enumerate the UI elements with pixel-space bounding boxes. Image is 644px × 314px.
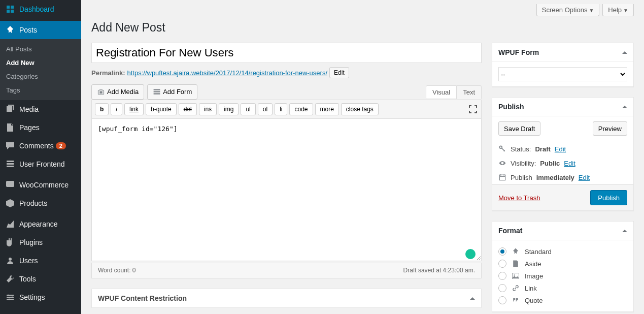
wpuf-form-select[interactable]: -- — [498, 67, 627, 81]
top-row: Screen Options▼ Help▼ — [91, 0, 634, 16]
visibility-label: Visibility: — [511, 160, 536, 167]
radio-icon[interactable] — [498, 284, 506, 292]
format-link[interactable]: Link — [498, 282, 627, 294]
form-icon — [153, 88, 161, 96]
sidebar-item-media[interactable]: Media — [0, 100, 81, 118]
sidebar-item-tools[interactable]: Tools — [0, 270, 81, 288]
move-to-trash-link[interactable]: Move to Trash — [498, 194, 540, 202]
status-edit-link[interactable]: Edit — [555, 145, 566, 153]
help-button[interactable]: Help▼ — [602, 4, 634, 16]
format-label: Image — [525, 272, 543, 280]
visibility-edit-link[interactable]: Edit — [564, 160, 575, 167]
sidebar-label: Tools — [19, 275, 36, 283]
qt-ol-button[interactable]: ol — [258, 103, 273, 115]
sidebar-item-woocommerce[interactable]: WooCommerce — [0, 176, 81, 194]
tab-visual[interactable]: Visual — [426, 85, 457, 99]
grammarly-icon[interactable] — [465, 249, 476, 259]
radio-icon[interactable] — [498, 296, 506, 304]
sidebar-label: Users — [19, 257, 38, 265]
settings-icon — [5, 292, 15, 302]
qt-code-button[interactable]: code — [289, 103, 313, 115]
qt-bquote-button[interactable]: b-quote — [146, 103, 177, 115]
submenu-categories[interactable]: Categories — [0, 70, 81, 83]
format-image[interactable]: Image — [498, 270, 627, 282]
qt-li-button[interactable]: li — [275, 103, 287, 115]
sidebar-item-plugins[interactable]: Plugins — [0, 233, 81, 252]
svg-rect-10 — [499, 175, 505, 180]
users-icon — [5, 256, 15, 266]
format-title: Format — [498, 227, 522, 235]
draft-saved-status: Draft saved at 4:23:00 am. — [403, 267, 475, 274]
link-icon — [512, 284, 520, 292]
svg-point-12 — [514, 274, 515, 275]
format-aside[interactable]: Aside — [498, 258, 627, 270]
status-label: Status: — [511, 145, 531, 153]
metabox-toggle-icon[interactable] — [622, 106, 627, 108]
qt-link-button[interactable]: link — [124, 103, 144, 115]
radio-icon[interactable] — [498, 272, 506, 280]
pages-icon — [5, 122, 15, 133]
appearance-icon — [5, 219, 15, 229]
sidebar-item-pages[interactable]: Pages — [0, 118, 81, 137]
comments-badge: 2 — [56, 142, 66, 149]
submenu-all-posts[interactable]: All Posts — [0, 42, 81, 56]
image-icon — [512, 272, 520, 280]
format-label: Link — [525, 285, 537, 292]
fullscreen-icon[interactable] — [468, 104, 478, 114]
qt-ins-button[interactable]: ins — [199, 103, 217, 115]
sidebar-item-comments[interactable]: Comments 2 — [0, 137, 81, 155]
status-value: Draft — [535, 145, 550, 153]
sidebar-item-settings[interactable]: Settings — [0, 288, 81, 306]
publish-date-edit-link[interactable]: Edit — [579, 174, 590, 181]
sidebar-item-dashboard[interactable]: Dashboard — [0, 0, 81, 18]
preview-button[interactable]: Preview — [593, 121, 627, 136]
add-media-label: Add Media — [107, 85, 139, 99]
metabox-toggle-icon[interactable] — [622, 51, 627, 54]
format-quote[interactable]: Quote — [498, 294, 627, 306]
qt-bold-button[interactable]: b — [95, 103, 109, 115]
sidebar-item-users[interactable]: Users — [0, 252, 81, 270]
sidebar-item-products[interactable]: Products — [0, 194, 81, 212]
pin-icon — [512, 247, 520, 256]
add-form-button[interactable]: Add Form — [147, 84, 197, 100]
permalink-edit-button[interactable]: Edit — [329, 67, 349, 78]
sidebar-label: Pages — [19, 123, 40, 132]
qt-img-button[interactable]: img — [219, 103, 239, 115]
radio-icon[interactable] — [498, 260, 506, 268]
publish-date-label: Publish — [511, 174, 532, 181]
publish-title: Publish — [498, 103, 524, 111]
submenu-add-new[interactable]: Add New — [0, 56, 81, 70]
sidebar-item-user-frontend[interactable]: User Frontend — [0, 155, 81, 173]
format-label: Aside — [525, 260, 541, 268]
metabox-toggle-icon[interactable] — [622, 230, 627, 232]
svg-point-4 — [9, 299, 10, 300]
metabox-toggle-icon[interactable] — [470, 297, 475, 300]
qt-italic-button[interactable]: i — [111, 103, 122, 115]
screen-options-button[interactable]: Screen Options▼ — [536, 4, 600, 16]
format-standard[interactable]: Standard — [498, 245, 627, 258]
save-draft-button[interactable]: Save Draft — [498, 121, 540, 136]
tab-text[interactable]: Text — [457, 85, 482, 99]
permalink-url[interactable]: https://wpuftest.ajaira.website/2017/12/… — [127, 69, 327, 77]
sidebar-label: Comments — [19, 142, 54, 150]
qt-ul-button[interactable]: ul — [241, 103, 255, 115]
post-title-input[interactable] — [91, 43, 482, 63]
sidebar-item-posts[interactable]: Posts — [0, 21, 81, 39]
submenu-tags[interactable]: Tags — [0, 83, 81, 97]
visibility-value: Public — [540, 160, 560, 167]
add-media-button[interactable]: Add Media — [91, 84, 144, 100]
post-content-textarea[interactable] — [91, 119, 482, 261]
key-icon — [498, 145, 506, 153]
sidebar-item-appearance[interactable]: Appearance — [0, 215, 81, 233]
publish-button[interactable]: Publish — [590, 190, 627, 205]
format-metabox: Format Standard Aside — [492, 221, 634, 312]
format-label: Quote — [525, 297, 543, 304]
chevron-down-icon: ▼ — [589, 8, 594, 13]
radio-icon[interactable] — [498, 247, 506, 256]
pin-icon — [5, 25, 15, 35]
sidebar-label: User Frontend — [19, 160, 64, 168]
publish-metabox: Publish Save Draft Preview Status: Draft… — [492, 97, 634, 211]
qt-del-button[interactable]: del — [179, 103, 197, 115]
qt-more-button[interactable]: more — [315, 103, 339, 115]
qt-close-tags-button[interactable]: close tags — [341, 103, 379, 115]
